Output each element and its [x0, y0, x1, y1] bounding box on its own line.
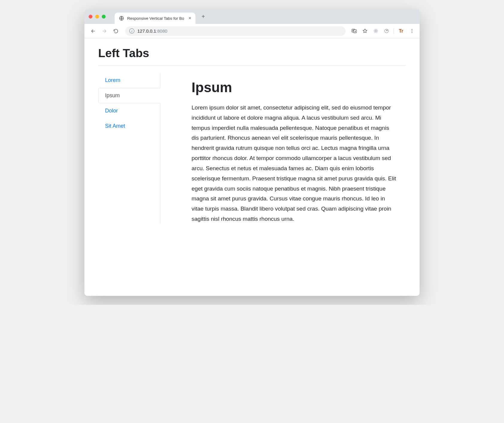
- svg-point-9: [412, 29, 412, 30]
- translate-icon[interactable]: [350, 27, 358, 35]
- toolbar-right: Tr: [350, 27, 416, 35]
- browser-menu-button[interactable]: [408, 27, 416, 35]
- extension-tr-icon[interactable]: Tr: [397, 27, 405, 35]
- svg-point-3: [375, 31, 376, 31]
- window-minimize-button[interactable]: [95, 15, 99, 19]
- reload-button[interactable]: [111, 26, 121, 36]
- extension-circle-icon[interactable]: [382, 27, 391, 35]
- svg-point-10: [412, 31, 412, 31]
- url-host: 127.0.0.1: [137, 28, 156, 34]
- bookmark-star-icon[interactable]: [361, 27, 369, 35]
- address-bar[interactable]: i 127.0.0.1:8080: [125, 26, 346, 36]
- window-maximize-button[interactable]: [102, 15, 106, 19]
- toolbar-separator: [394, 28, 394, 34]
- new-tab-button[interactable]: +: [199, 12, 207, 21]
- back-button[interactable]: [88, 26, 98, 36]
- svg-point-8: [386, 30, 387, 31]
- forward-button[interactable]: [99, 26, 110, 36]
- page-title: Left Tabs: [98, 47, 406, 60]
- url-port: :8080: [156, 28, 168, 34]
- tab-lorem[interactable]: Lorem: [98, 73, 160, 88]
- heading-divider: [98, 65, 406, 66]
- browser-toolbar: i 127.0.0.1:8080 Tr: [84, 24, 420, 38]
- browser-tab[interactable]: Responsive Vertical Tabs for Boo ×: [115, 13, 195, 24]
- globe-icon: [119, 16, 124, 21]
- svg-point-11: [412, 32, 412, 33]
- tab-ipsum[interactable]: Ipsum: [98, 88, 160, 103]
- site-info-icon[interactable]: i: [129, 28, 134, 34]
- extension-react-icon[interactable]: [371, 27, 380, 35]
- window-close-button[interactable]: [89, 15, 92, 19]
- tab-panel: Ipsum Lorem ipsum dolor sit amet, consec…: [160, 73, 406, 224]
- page-content: Left Tabs Lorem Ipsum Dolor Sit Amet Ips…: [84, 38, 420, 296]
- browser-window: Responsive Vertical Tabs for Boo × + i 1…: [84, 9, 420, 296]
- panel-heading: Ipsum: [192, 79, 396, 95]
- vertical-tabs-layout: Lorem Ipsum Dolor Sit Amet Ipsum Lorem i…: [98, 73, 406, 224]
- tabs-nav: Lorem Ipsum Dolor Sit Amet: [98, 73, 160, 224]
- browser-titlebar: Responsive Vertical Tabs for Boo × +: [84, 9, 420, 24]
- url-text: 127.0.0.1:8080: [137, 28, 167, 34]
- tab-sit-amet[interactable]: Sit Amet: [98, 118, 160, 134]
- tab-close-button[interactable]: ×: [189, 16, 191, 21]
- tab-dolor[interactable]: Dolor: [98, 103, 160, 118]
- panel-body: Lorem ipsum dolor sit amet, consectetur …: [192, 103, 396, 224]
- window-controls: [89, 15, 106, 19]
- browser-tab-title: Responsive Vertical Tabs for Boo: [127, 16, 184, 21]
